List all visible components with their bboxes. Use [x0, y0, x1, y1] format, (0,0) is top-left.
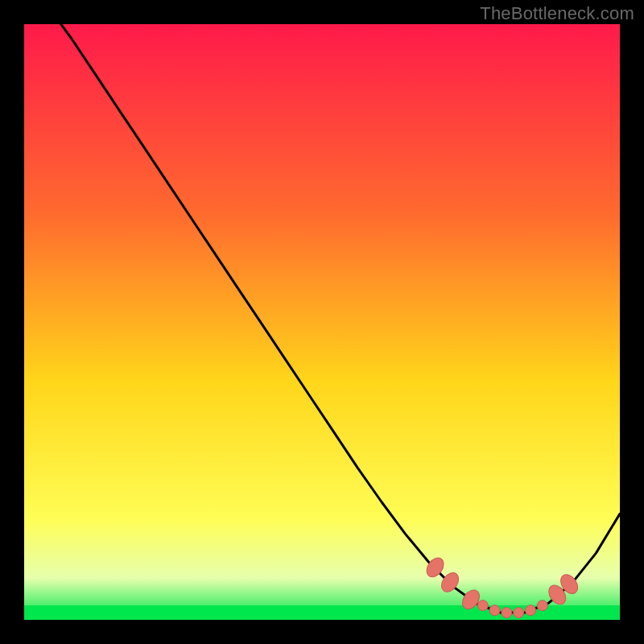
curve-marker: [489, 605, 500, 616]
curve-marker: [514, 608, 524, 618]
plot-frame: [24, 24, 620, 620]
chart-canvas: [24, 24, 620, 620]
curve-marker: [502, 608, 512, 618]
curve-marker: [537, 601, 547, 611]
gradient-background: [24, 24, 620, 620]
watermark-text: TheBottleneck.com: [480, 3, 634, 24]
curve-marker: [526, 605, 536, 616]
curve-marker: [477, 601, 488, 611]
